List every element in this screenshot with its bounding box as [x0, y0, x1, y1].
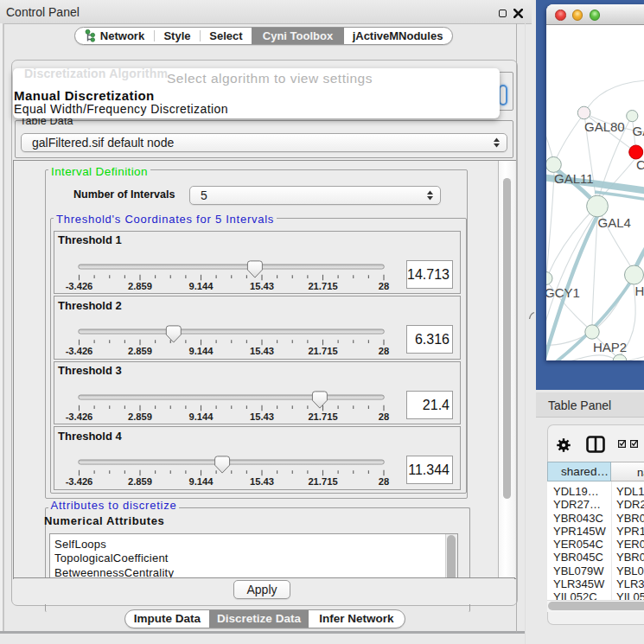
svg-text:15.43: 15.43: [250, 476, 274, 487]
svg-text:HA: HA: [635, 284, 644, 298]
svg-text:GA: GA: [633, 124, 644, 138]
svg-text:21.715: 21.715: [308, 346, 337, 356]
svg-text:21.715: 21.715: [308, 476, 337, 487]
svg-text:28: 28: [379, 346, 389, 356]
svg-text:-3.426: -3.426: [66, 281, 93, 291]
svg-text:15.43: 15.43: [250, 346, 274, 356]
svg-text:-3.426: -3.426: [66, 411, 93, 422]
svg-text:28: 28: [379, 476, 389, 487]
svg-text:GAL11: GAL11: [554, 171, 594, 186]
svg-text:2.859: 2.859: [128, 281, 152, 291]
svg-text:2.859: 2.859: [128, 346, 152, 356]
svg-text:21.715: 21.715: [308, 411, 337, 422]
svg-text:9.144: 9.144: [189, 411, 214, 422]
svg-text:9.144: 9.144: [189, 346, 214, 356]
svg-text:GAL80: GAL80: [584, 119, 625, 134]
svg-text:28: 28: [379, 411, 389, 422]
svg-text:28: 28: [379, 281, 389, 291]
svg-text:9.144: 9.144: [189, 476, 214, 487]
svg-text:2.859: 2.859: [128, 476, 152, 487]
svg-text:-3.426: -3.426: [66, 476, 93, 487]
svg-text:21.715: 21.715: [308, 281, 337, 291]
svg-text:-3.426: -3.426: [66, 346, 93, 356]
svg-text:9.144: 9.144: [189, 281, 214, 291]
svg-text:15.43: 15.43: [250, 411, 274, 422]
svg-text:HAP2: HAP2: [593, 340, 627, 354]
svg-text:15.43: 15.43: [250, 281, 274, 291]
svg-text:GCY1: GCY1: [546, 285, 580, 300]
svg-text:GAL4: GAL4: [598, 215, 631, 230]
svg-text:2.859: 2.859: [128, 411, 152, 422]
svg-text:CD: CD: [636, 157, 644, 172]
